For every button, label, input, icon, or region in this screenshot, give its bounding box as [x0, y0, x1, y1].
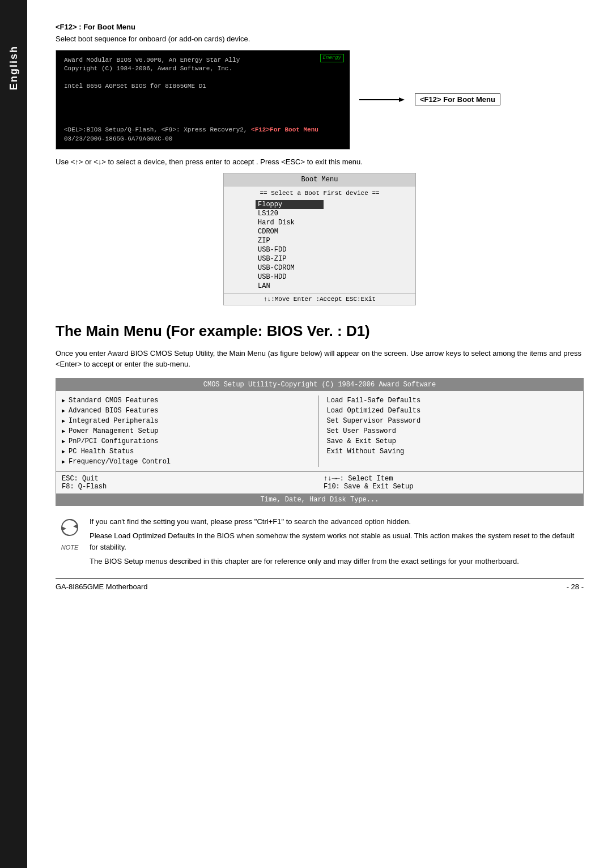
f10-save: F10: Save & Exit Setup — [324, 483, 577, 491]
cmos-item-exit[interactable]: Exit Without Saving — [327, 446, 578, 457]
note-label: NOTE — [56, 544, 84, 551]
bios-line-10: 03/23/2006-i865G-6A79AG0XC-00 — [64, 135, 342, 143]
cmos-footer-right: ↑↓→←: Select Item F10: Save & Exit Setup — [316, 475, 577, 491]
bios-line-9: <DEL>:BIOS Setup/Q-Flash, <F9>: Xpress R… — [64, 126, 342, 134]
cmos-status: Time, Date, Hard Disk Type... — [56, 494, 583, 505]
svg-marker-3 — [73, 524, 78, 529]
esc-quit: ESC: Quit — [62, 475, 316, 483]
boot-menu-item-lan[interactable]: LAN — [258, 282, 415, 291]
boot-menu-footer: ↑↓:Move Enter :Accept ESC:Exit — [224, 293, 415, 305]
cmos-item-power[interactable]: ▶ Power Management Setup — [62, 426, 313, 436]
boot-menu-item-ls120[interactable]: LS120 — [258, 209, 415, 218]
cmos-item-label-freq: Frequency/Voltage Control — [69, 458, 171, 466]
use-text: Use <↑> or <↓> to select a device, then … — [56, 158, 584, 166]
cmos-item-label-supervisor: Set Supervisor Password — [327, 417, 421, 425]
note-icon-area: NOTE — [56, 516, 84, 551]
boot-menu-item-usbfdd[interactable]: USB-FDD — [258, 245, 415, 254]
cmos-left: ▶ Standard CMOS Features ▶ Advanced BIOS… — [62, 395, 318, 467]
bios-line-5 — [64, 91, 342, 100]
cmos-item-integrated[interactable]: ▶ Integrated Peripherals — [62, 416, 313, 426]
select-item: ↑↓→←: Select Item — [324, 475, 577, 483]
bios-row: Energy Award Modular BIOS v6.00PG, An En… — [56, 50, 584, 150]
f12-label: <F12> For Boot Menu — [415, 93, 500, 105]
arrow-icon-2: ▶ — [62, 407, 65, 414]
cmos-item-failsafe[interactable]: Load Fail-Safe Defaults — [327, 395, 578, 406]
cmos-item-label-failsafe: Load Fail-Safe Defaults — [327, 397, 421, 405]
cmos-item-save[interactable]: Save & Exit Setup — [327, 436, 578, 446]
bios-line-1: Award Modular BIOS v6.00PG, An Energy St… — [64, 56, 342, 65]
cmos-box: CMOS Setup Utility-Copyright (C) 1984-20… — [56, 378, 584, 506]
main-desc: Once you enter Award BIOS CMOS Setup Uti… — [56, 348, 584, 370]
f12-title: <F12> : For Boot Menu — [56, 23, 584, 31]
main-content: <F12> : For Boot Menu Select boot sequen… — [27, 0, 612, 614]
cmos-footer: ESC: Quit F8: Q-Flash ↑↓→←: Select Item … — [56, 472, 583, 494]
arrow-icon — [359, 95, 410, 104]
cmos-item-label-pchealth: PC Health Status — [69, 448, 134, 456]
note-text-3: The BIOS Setup menus described in this c… — [90, 556, 584, 567]
svg-marker-1 — [399, 97, 405, 102]
note-text-2: Please Load Optimized Defaults in the BI… — [90, 530, 584, 552]
cmos-item-standard[interactable]: ▶ Standard CMOS Features — [62, 395, 313, 406]
cmos-item-advanced[interactable]: ▶ Advanced BIOS Features — [62, 406, 313, 416]
bios-line-6 — [64, 100, 342, 108]
cmos-item-optimized[interactable]: Load Optimized Defaults — [327, 406, 578, 416]
cmos-item-freq[interactable]: ▶ Frequency/Voltage Control — [62, 457, 313, 467]
boot-menu-select: == Select a Boot First device == — [224, 186, 415, 199]
cmos-item-label-integrated: Integrated Peripherals — [69, 417, 158, 425]
cmos-item-label-save: Save & Exit Setup — [327, 437, 396, 445]
bios-line-3 — [64, 74, 342, 82]
cmos-item-pchealth[interactable]: ▶ PC Health Status — [62, 446, 313, 457]
boot-menu-item-usbzip[interactable]: USB-ZIP — [258, 254, 415, 263]
boot-menu-items: Floppy LS120 Hard Disk CDROM ZIP USB-FDD… — [224, 199, 415, 293]
boot-menu-item-zip[interactable]: ZIP — [258, 236, 415, 245]
footer-left: GA-8I865GME Motherboard — [56, 582, 148, 591]
arrow-icon-3: ▶ — [62, 418, 65, 424]
boot-menu-item-floppy[interactable]: Floppy — [256, 200, 324, 209]
cmos-item-label-userpass: Set User Password — [327, 427, 396, 435]
f12-highlight: <F12>For Boot Menu — [251, 126, 318, 133]
cmos-item-label-pnp: PnP/PCI Configurations — [69, 437, 158, 445]
boot-menu-item-cdrom[interactable]: CDROM — [258, 227, 415, 236]
note-icon — [57, 516, 82, 541]
cmos-item-label-power: Power Management Setup — [69, 427, 158, 435]
boot-menu-box: Boot Menu == Select a Boot First device … — [223, 173, 416, 305]
bios-screenshot: Energy Award Modular BIOS v6.00PG, An En… — [56, 50, 350, 150]
boot-menu-item-usbhdd[interactable]: USB-HDD — [258, 273, 415, 282]
cmos-item-label-exit: Exit Without Saving — [327, 448, 405, 456]
svg-marker-4 — [62, 526, 66, 531]
f12-desc: Select boot sequence for onboard (or add… — [56, 35, 584, 43]
bios-line-8 — [64, 117, 342, 126]
bios-label-right: <F12> For Boot Menu — [359, 93, 500, 105]
cmos-item-label-advanced: Advanced BIOS Features — [69, 407, 158, 415]
energy-logo: Energy — [320, 54, 344, 62]
sidebar-label: English — [8, 45, 20, 90]
arrow-icon-4: ▶ — [62, 428, 65, 435]
cmos-item-label-standard: Standard CMOS Features — [69, 397, 158, 405]
cmos-header: CMOS Setup Utility-Copyright (C) 1984-20… — [56, 378, 583, 391]
f8-qflash: F8: Q-Flash — [62, 483, 316, 491]
bios-line-7 — [64, 108, 342, 117]
note-section: NOTE If you can't find the setting you w… — [56, 516, 584, 567]
page-footer: GA-8I865GME Motherboard - 28 - — [56, 578, 584, 591]
cmos-item-pnp[interactable]: ▶ PnP/PCI Configurations — [62, 436, 313, 446]
note-text: If you can't find the setting you want, … — [90, 516, 584, 567]
cmos-body: ▶ Standard CMOS Features ▶ Advanced BIOS… — [56, 391, 583, 472]
cmos-item-supervisor[interactable]: Set Supervisor Password — [327, 416, 578, 426]
bios-line-2: Copyright (C) 1984-2006, Award Software,… — [64, 65, 342, 73]
cmos-item-userpass[interactable]: Set User Password — [327, 426, 578, 436]
boot-menu-item-harddisk[interactable]: Hard Disk — [258, 218, 415, 227]
arrow-icon-7: ▶ — [62, 458, 65, 465]
main-heading: The Main Menu (For example: BIOS Ver. : … — [56, 322, 584, 340]
boot-menu-item-usbcdrom[interactable]: USB-CDROM — [258, 263, 415, 273]
sidebar: English — [0, 0, 27, 868]
arrow-icon-6: ▶ — [62, 448, 65, 455]
footer-right: - 28 - — [567, 582, 584, 591]
cmos-right: Load Fail-Safe Defaults Load Optimized D… — [318, 395, 578, 467]
bios-line-4: Intel 865G AGPSet BIOS for 8I865GME D1 — [64, 82, 342, 91]
cmos-item-label-optimized: Load Optimized Defaults — [327, 407, 421, 415]
arrow-icon-5: ▶ — [62, 438, 65, 445]
arrow-icon-1: ▶ — [62, 397, 65, 404]
boot-menu-header: Boot Menu — [224, 173, 415, 186]
note-text-1: If you can't find the setting you want, … — [90, 516, 584, 527]
cmos-footer-left: ESC: Quit F8: Q-Flash — [62, 475, 316, 491]
